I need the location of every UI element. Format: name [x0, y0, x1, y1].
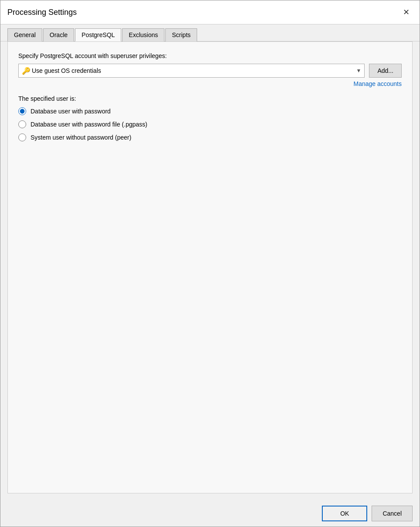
ok-button[interactable]: OK	[322, 506, 367, 521]
bottom-bar: OK Cancel	[0, 500, 420, 527]
processing-settings-dialog: Processing Settings ✕ General Oracle Pos…	[0, 0, 420, 527]
radio-label-pgpass: Database user with password file (.pgpas…	[31, 121, 147, 128]
tab-exclusions[interactable]: Exclusions	[122, 28, 164, 41]
key-icon: 🔑	[22, 67, 31, 75]
radio-label-peer: System user without password (peer)	[31, 134, 131, 141]
close-button[interactable]: ✕	[400, 6, 413, 19]
tab-oracle[interactable]: Oracle	[43, 28, 74, 41]
credentials-dropdown-wrapper: 🔑 Use guest OS credentials ▼	[18, 64, 365, 78]
radio-item-pgpass[interactable]: Database user with password file (.pgpas…	[18, 120, 402, 128]
radio-db-user-password[interactable]	[18, 107, 26, 115]
title-bar: Processing Settings ✕	[0, 0, 420, 24]
manage-accounts-link[interactable]: Manage accounts	[18, 80, 402, 87]
tab-content: Specify PostgreSQL account with superuse…	[7, 41, 413, 493]
tabs-bar: General Oracle PostgreSQL Exclusions Scr…	[0, 24, 420, 41]
radio-item-peer[interactable]: System user without password (peer)	[18, 133, 402, 141]
radio-system-user-peer[interactable]	[18, 133, 26, 141]
dialog-title: Processing Settings	[7, 8, 77, 17]
user-type-label: The specified user is:	[18, 95, 402, 102]
tab-postgresql[interactable]: PostgreSQL	[75, 28, 121, 41]
radio-item-password[interactable]: Database user with password	[18, 107, 402, 115]
radio-group: Database user with password Database use…	[18, 107, 402, 141]
dropdown-row: 🔑 Use guest OS credentials ▼ Add...	[18, 64, 402, 78]
add-button[interactable]: Add...	[369, 64, 402, 78]
tab-general[interactable]: General	[7, 28, 42, 41]
radio-label-password: Database user with password	[31, 108, 111, 115]
radio-db-user-pgpass[interactable]	[18, 120, 26, 128]
tab-scripts[interactable]: Scripts	[165, 28, 197, 41]
cancel-button[interactable]: Cancel	[372, 506, 413, 521]
section-label: Specify PostgreSQL account with superuse…	[18, 52, 402, 59]
credentials-dropdown[interactable]: Use guest OS credentials	[18, 64, 365, 78]
